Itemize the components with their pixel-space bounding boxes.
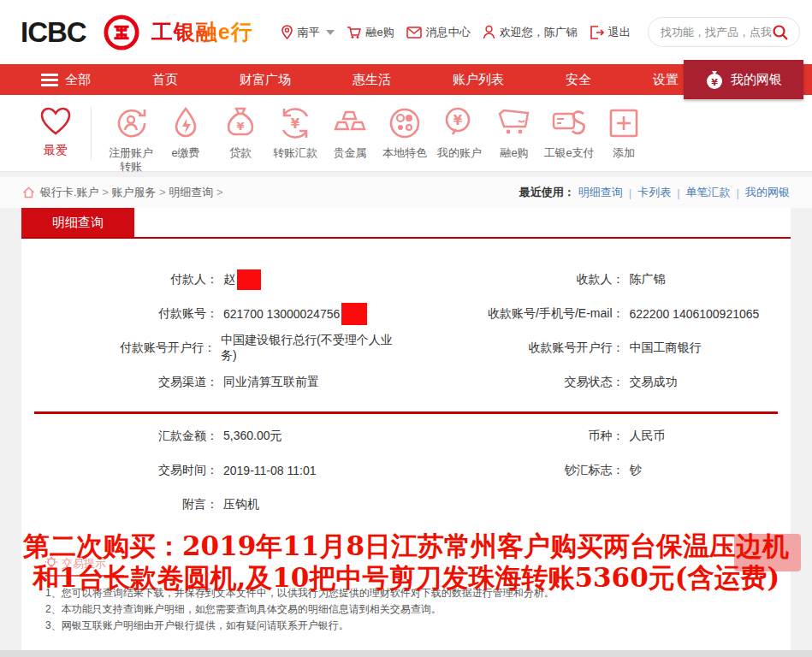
payee-account-value: 622200 1406100921065 [630,307,760,321]
logout-label: 退出 [608,25,631,40]
recent-link-my-ebank[interactable]: 我的网银 [745,185,790,200]
nav-item-wealth[interactable]: 财富广场 [240,72,291,88]
payee-label: 收款人： [406,272,625,287]
detail-row: 付款账号开户行： 中国建设银行总行(不受理个人业务) 收款账号开户行： 中国工商… [21,331,791,365]
detail-row: 汇款金额： 5,360.00元 币种： 人民币 [21,419,791,453]
shortcut-label: 注册账户转账 [104,146,158,174]
nav-item-settings[interactable]: 设置 [653,72,679,88]
rong-e-gou-link[interactable]: 融e购 [347,25,394,40]
svg-text:¥: ¥ [453,113,463,128]
payer-bank-value: 中国建设银行总行(不受理个人业务) [221,333,406,364]
channel-label: 交易渠道： [21,375,218,390]
shortcut-label: 转账汇款 [268,146,323,160]
detail-row: 付款人： 赵 收款人： 陈广锦 [21,263,791,297]
top-header: ICBC 工银融e行 南平 融e购 消息中心 [0,0,812,64]
e-pay-card-icon [551,105,587,141]
svg-text:¥: ¥ [236,120,244,133]
tab-detail-query[interactable]: 明细查询 [21,208,134,237]
icbc-logo: ICBC [21,16,86,49]
payer-account-value: 621700 13000024756 [223,307,340,321]
welcome-label: 欢迎您，陈广锦 [500,25,578,40]
shortcut-my-account[interactable]: ¥ 我的账户 [432,105,487,160]
breadcrumb-bar: 银行卡.账户 账户服务 明细查询 最近使用： 明细查询| 卡列表| 单笔汇款| … [0,177,812,208]
tip-item: 2、本功能只支持查询账户明细，如您需要查询具体交易的明细信息请到相关交易查询。 [45,601,791,618]
payer-value: 赵 [223,272,235,287]
nav-item-accounts[interactable]: 账户列表 [453,72,504,88]
time-value: 2019-11-08 11:01 [223,464,316,477]
gold-ingots-icon [332,105,368,141]
envelope-icon [406,27,422,38]
divider [91,107,92,160]
message-center-link[interactable]: 消息中心 [406,25,471,40]
search-box[interactable] [648,17,800,47]
shortcut-e-pay-fees[interactable]: e缴费 [158,105,213,160]
shop-cart-icon [496,105,532,141]
status-value: 交易成功 [630,375,678,390]
time-label: 交易时间： [21,463,218,478]
tip-item: 3、网银互联账户明细由开户银行提供，如有疑问请联系开户银行。 [45,618,791,634]
hamburger-icon [41,71,58,89]
breadcrumb[interactable]: 银行卡.账户 [40,185,111,200]
detail-row: 付款账号： 621700 13000024756 收款账号/手机号/E-mail… [21,297,791,331]
shortcut-bar: 最爱 注册账户转账 e缴费 ¥ 贷款 [0,95,812,172]
logout-link[interactable]: 退出 [590,25,631,40]
register-transfer-icon [113,105,149,141]
breadcrumb: 明细查询 [169,185,226,200]
shortcut-label: e缴费 [158,146,213,160]
nav-all-label: 全部 [65,72,91,88]
favorites-tab[interactable]: 最爱 [31,105,80,158]
recent-link-card-list[interactable]: 卡列表 [637,185,671,200]
recent-link-detail-query[interactable]: 明细查询 [578,185,623,200]
transfer-arrows-icon: ¥ [277,105,313,141]
shortcut-rong-e-gou[interactable]: 融e购 [487,105,542,160]
nav-all-menu[interactable]: 全部 [41,71,91,89]
shortcut-loan[interactable]: ¥ 贷款 [213,105,268,160]
status-label: 交易状态： [406,375,625,390]
payee-value: 陈广锦 [630,272,666,287]
shortcut-precious-metal[interactable]: 贵金属 [323,105,377,160]
annotation-overlay: 第二次购买：2019年11月8日江苏常州客户购买两台保温压边机 和1台长款卷圆机… [0,530,812,594]
shortcut-label: 本地特色 [377,146,432,160]
my-ebank-label: 我的网银 [731,72,782,88]
redaction-box [237,269,261,290]
annotation-line1: 第二次购买：2019年11月8日江苏常州客户购买两台保温压边机 [0,530,812,562]
shortcut-add[interactable]: 添加 [596,105,651,160]
shortcut-label: 添加 [596,146,651,160]
shortcut-icbc-e-pay[interactable]: 工银e支付 [542,105,596,160]
icbc-round-logo-icon [104,15,139,50]
detail-row: 交易时间： 2019-11-08 11:01 钞汇标志： 钞 [21,453,791,488]
nav-item-security[interactable]: 安全 [566,72,591,88]
nav-item-home[interactable]: 首页 [152,72,178,88]
recent-link-single-remit[interactable]: 单笔汇款 [686,185,731,200]
search-input[interactable] [661,26,772,38]
annotation-line2: 和1台长款卷圆机,及10把中号剪刀发珠海转账5360元(含运费) [0,562,812,594]
shortcut-register-transfer[interactable]: 注册账户转账 [104,105,158,174]
shortcut-label: 工银e支付 [542,146,596,160]
location-label: 南平 [298,25,320,40]
shortcut-label: 我的账户 [432,146,487,160]
payer-bank-label: 付款账号开户行： [21,340,216,356]
payee-bank-label: 收款账号开户行： [406,340,625,356]
amount-value: 5,360.00元 [223,429,282,444]
footer-strip [0,650,812,657]
currency-value: 人民币 [630,429,666,444]
brand-name: 工银融e行 [151,18,253,46]
location-selector[interactable]: 南平 [281,25,335,40]
search-icon[interactable] [772,24,789,41]
shortcut-label: 融e购 [487,146,542,160]
tab-row: 明细查询 [21,208,791,239]
local-features-icon [387,105,423,141]
breadcrumb[interactable]: 账户服务 [111,185,169,200]
nav-item-life[interactable]: 惠生活 [353,72,391,88]
shortcut-transfer-remit[interactable]: ¥ 转账汇款 [268,105,323,160]
welcome-user[interactable]: 欢迎您，陈广锦 [483,25,578,40]
recent-used: 最近使用： 明细查询| 卡列表| 单笔汇款| 我的网银 [519,185,790,200]
detail-row: 附言： 压钩机 [21,488,791,522]
svg-text:¥: ¥ [711,77,718,88]
page: ICBC 工银融e行 南平 融e购 消息中心 [0,0,812,657]
my-ebank-ribbon[interactable]: ¥ 我的网银 [684,60,803,99]
channel-value: 同业清算互联前置 [223,375,319,390]
message-center-label: 消息中心 [426,25,471,40]
shortcut-local-features[interactable]: 本地特色 [377,105,432,160]
home-icon [22,186,35,198]
